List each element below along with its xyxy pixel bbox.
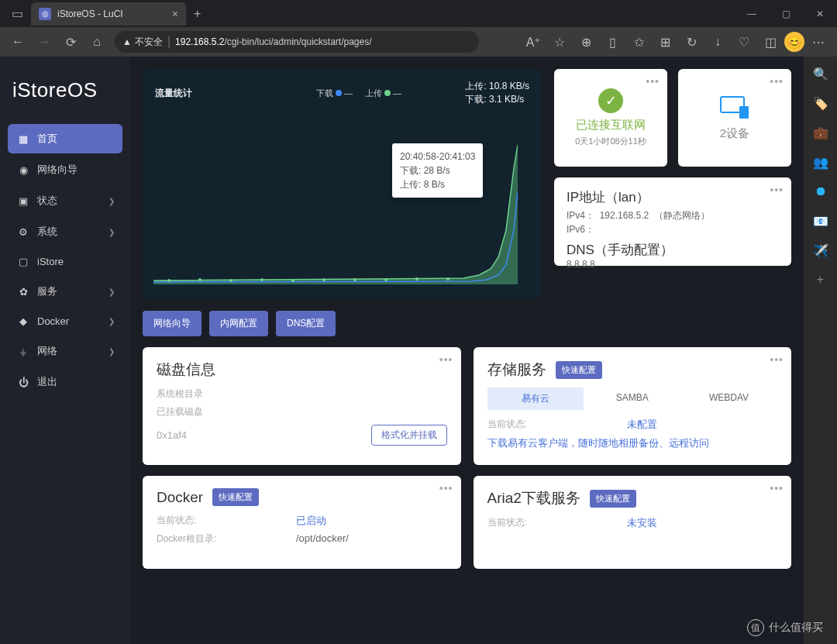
performance-icon[interactable]: ♡ (732, 29, 756, 54)
read-aloud-icon[interactable]: A⁺ (521, 29, 546, 54)
browser-tab[interactable]: ◎ iStoreOS - LuCI × (31, 2, 186, 26)
svg-point-7 (384, 278, 388, 281)
docker-config-button[interactable]: 快速配置 (212, 488, 259, 506)
nav-item-3[interactable]: ⚙系统❯ (8, 217, 122, 246)
ip-title: IP地址（lan） (567, 188, 779, 206)
card-menu-icon[interactable]: ••• (770, 184, 784, 196)
aria2-state: 未安装 (627, 516, 657, 530)
storage-note-link[interactable]: 下载易有云客户端，随时随地相册备份、远程访问 (487, 436, 778, 450)
tab-close-icon[interactable]: × (172, 8, 178, 20)
edge-sidebar: 🔍🏷️💼👥⏺📧✈️+ (804, 57, 837, 644)
left-nav: iStoreOS ▦首页◉网络向导▣状态❯⚙系统❯▢iStore✿服务❯◆Doc… (0, 57, 130, 644)
nav-item-2[interactable]: ▣状态❯ (8, 186, 122, 215)
new-tab-button[interactable]: + (186, 7, 208, 21)
watermark: 值 什么值得买 (747, 619, 823, 636)
dns-value: 8.8.8.8 (567, 259, 779, 270)
chevron-right-icon: ❯ (108, 317, 115, 325)
nav-icon: ⚙ (17, 226, 29, 238)
nav-item-4[interactable]: ▢iStore (8, 248, 122, 275)
nav-item-5[interactable]: ✿服务❯ (8, 277, 122, 306)
forward-button[interactable]: → (33, 30, 56, 53)
extension-icon[interactable]: ⊕ (574, 29, 598, 54)
storage-tab-webdav[interactable]: WEBDAV (680, 387, 777, 410)
card-menu-icon[interactable]: ••• (770, 482, 784, 494)
card-menu-icon[interactable]: ••• (439, 482, 453, 494)
internet-status-card[interactable]: ••• ✓ 已连接互联网 0天1小时08分11秒 (554, 69, 667, 167)
edge-icon-4[interactable]: ⏺ (810, 181, 832, 202)
nav-icon: ⏚ (17, 346, 29, 357)
favorites-bar-icon[interactable]: ✩ (626, 29, 651, 54)
storage-state: 未配置 (627, 418, 657, 432)
format-mount-button[interactable]: 格式化并挂载 (371, 425, 447, 446)
upload-stat: 上传: 10.8 KB/s (465, 80, 529, 93)
internet-status: 已连接互联网 (576, 118, 646, 133)
storage-card: ••• 存储服务快速配置 易有云SAMBAWEBDAV 当前状态:未配置 下载易… (474, 347, 792, 465)
downloads-icon[interactable]: ↓ (705, 29, 730, 54)
aria2-title: Aria2下载服务 (487, 488, 580, 508)
quick-button-2[interactable]: DNS配置 (276, 311, 336, 336)
window-close-button[interactable]: ✕ (803, 0, 837, 27)
reader-icon[interactable]: ▯ (600, 29, 625, 54)
nav-icon: ◉ (17, 164, 29, 176)
edge-icon-6[interactable]: ✈️ (810, 239, 832, 261)
svg-point-8 (415, 277, 418, 281)
quick-button-0[interactable]: 网络向导 (143, 311, 202, 336)
collections-icon[interactable]: ⊞ (653, 29, 677, 54)
logo: iStoreOS (8, 64, 122, 124)
back-button[interactable]: ← (6, 30, 29, 53)
address-bar[interactable]: ▲ 不安全 | 192.168.5.2/cgi-bin/luci/admin/q… (115, 31, 479, 53)
devices-card[interactable]: ••• 2设备 (678, 69, 791, 167)
download-stat: 下载: 3.1 KB/s (465, 93, 529, 106)
tabs-overview-icon[interactable]: ▭ (6, 3, 28, 25)
edge-icon-1[interactable]: 🏷️ (810, 92, 832, 114)
window-maximize-button[interactable]: ▢ (769, 0, 803, 27)
nav-item-0[interactable]: ▦首页 (8, 124, 122, 153)
edge-icon-3[interactable]: 👥 (810, 151, 832, 173)
internet-uptime: 0天1小时08分11秒 (575, 136, 646, 147)
card-menu-icon[interactable]: ••• (770, 353, 784, 366)
disk-root-label: 系统根目录 (157, 387, 447, 401)
storage-tab-samba[interactable]: SAMBA (584, 387, 680, 410)
window-minimize-button[interactable]: — (735, 0, 769, 27)
home-button[interactable]: ⌂ (85, 30, 108, 53)
screenshot-icon[interactable]: ◫ (758, 29, 783, 54)
nav-item-6[interactable]: ◆Docker❯ (8, 308, 122, 335)
svg-point-3 (260, 278, 264, 281)
sync-icon[interactable]: ↻ (679, 29, 704, 54)
favicon-icon: ◎ (39, 8, 51, 20)
traffic-card: 流量统计 下载— 上传— 上传: 10.8 KB/s 下载: 3.1 KB/s … (143, 69, 542, 298)
svg-point-6 (353, 278, 356, 281)
chevron-right-icon: ❯ (108, 288, 115, 296)
nav-item-1[interactable]: ◉网络向导 (8, 155, 122, 184)
more-icon[interactable]: ⋯ (806, 29, 831, 54)
refresh-button[interactable]: ⟳ (59, 30, 82, 53)
nav-icon: ◆ (17, 315, 29, 327)
favorite-icon[interactable]: ☆ (547, 29, 572, 54)
storage-config-button[interactable]: 快速配置 (556, 361, 602, 379)
card-menu-icon[interactable]: ••• (770, 75, 784, 88)
edge-icon-7[interactable]: + (810, 269, 832, 291)
edge-icon-2[interactable]: 💼 (810, 122, 832, 143)
nav-item-8[interactable]: ⏻退出 (8, 367, 122, 397)
browser-titlebar: ▭ ◎ iStoreOS - LuCI × + — ▢ ✕ (0, 0, 837, 27)
monitor-icon (719, 95, 750, 120)
chevron-right-icon: ❯ (108, 197, 115, 205)
edge-icon-5[interactable]: 📧 (810, 210, 832, 232)
aria2-config-button[interactable]: 快速配置 (590, 490, 636, 508)
watermark-icon: 值 (747, 619, 764, 636)
nav-item-7[interactable]: ⏚网络❯ (8, 336, 122, 366)
card-menu-icon[interactable]: ••• (646, 75, 660, 88)
svg-rect-11 (739, 106, 749, 119)
disk-mounted-label: 已挂载磁盘 (157, 405, 447, 418)
devices-count: 2设备 (720, 126, 749, 141)
docker-state: 已启动 (296, 514, 326, 528)
card-menu-icon[interactable]: ••• (439, 353, 453, 366)
svg-point-2 (229, 279, 232, 282)
edge-icon-0[interactable]: 🔍 (810, 63, 832, 84)
insecure-icon: ▲ 不安全 (122, 36, 163, 49)
storage-tab-易有云[interactable]: 易有云 (487, 387, 584, 410)
svg-point-4 (291, 279, 294, 282)
quick-button-1[interactable]: 内网配置 (209, 311, 268, 336)
disk-card: ••• 磁盘信息 系统根目录 已挂载磁盘 0x1af4 格式化并挂载 (143, 347, 461, 465)
profile-avatar[interactable]: 😊 (784, 32, 804, 52)
